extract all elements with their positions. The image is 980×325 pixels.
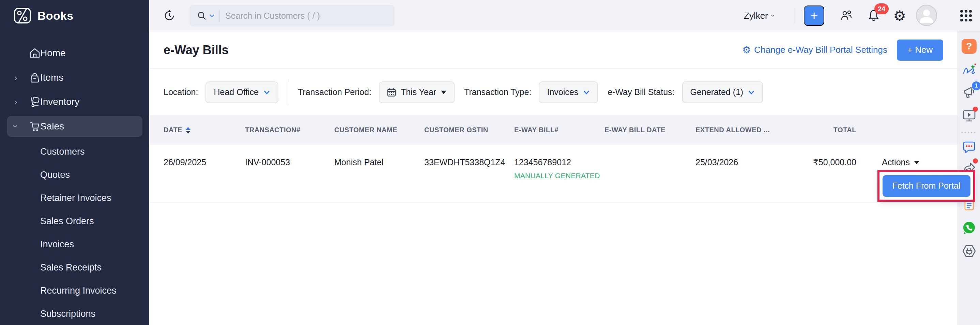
- search-input[interactable]: [225, 11, 390, 21]
- recent-history-icon[interactable]: [163, 9, 176, 22]
- sidebar-item-subscriptions[interactable]: Subscriptions: [0, 304, 149, 323]
- sidebar-item-customers[interactable]: Customers: [0, 142, 149, 161]
- search-scope-chevron-icon[interactable]: [209, 14, 215, 18]
- sidebar-item-home[interactable]: Home: [0, 43, 149, 64]
- sidebar-item-invoices[interactable]: Invoices: [0, 234, 149, 254]
- column-total: TOTAL: [794, 126, 856, 134]
- transaction-period-dropdown[interactable]: This Year: [379, 81, 455, 103]
- sidebar-item-label: Sales: [40, 121, 64, 132]
- page-header: e-Way Bills ⚙ Change e-Way Bill Portal S…: [149, 31, 958, 69]
- search-icon[interactable]: [197, 11, 207, 21]
- fetch-from-portal-button[interactable]: Fetch From Portal: [883, 175, 970, 197]
- location-filter-label: Location:: [164, 87, 198, 97]
- cell-extend-allowed: 25/03/2026: [695, 156, 794, 203]
- sidebar-subitem-label: Invoices: [40, 239, 74, 250]
- app-logo[interactable]: Books: [0, 0, 149, 31]
- sidebar-item-recurring-invoices[interactable]: Recurring Invoices: [0, 281, 149, 301]
- app-name: Books: [38, 9, 73, 22]
- chevron-down-icon: ›: [11, 125, 20, 128]
- new-indicator-dot: [973, 107, 978, 112]
- location-dropdown[interactable]: Head Office: [205, 81, 278, 103]
- sidebar-item-quotes[interactable]: Quotes: [0, 165, 149, 185]
- location-value: Head Office: [214, 87, 259, 97]
- integrations-plug-icon[interactable]: [962, 244, 977, 258]
- new-eway-bill-button[interactable]: + New: [897, 40, 943, 61]
- sidebar-subitem-label: Retainer Invoices: [40, 193, 111, 203]
- change-portal-settings-link[interactable]: ⚙ Change e-Way Bill Portal Settings: [742, 45, 887, 55]
- sidebar-item-sales-orders[interactable]: Sales Orders: [0, 211, 149, 231]
- sidebar-subitem-label: Recurring Invoices: [40, 285, 116, 296]
- cell-eway-bill-date: [605, 156, 695, 203]
- topbar: Zylker › + 24 ⚙: [149, 0, 980, 31]
- cell-date: 26/09/2025: [164, 156, 245, 203]
- column-customer-name: CUSTOMER NAME: [334, 126, 424, 134]
- main-content: e-Way Bills ⚙ Change e-Way Bill Portal S…: [149, 31, 958, 325]
- referrals-icon[interactable]: [839, 8, 854, 23]
- caret-down-icon: [914, 161, 920, 164]
- sidebar: Books Home › Items › Inventory ›: [0, 0, 149, 325]
- sidebar-item-label: Home: [40, 48, 66, 59]
- cell-total: ₹50,000.00: [794, 156, 856, 203]
- whatsapp-icon[interactable]: [962, 220, 977, 236]
- zia-assistant-icon[interactable]: [962, 62, 977, 77]
- eway-bill-status-dropdown[interactable]: Generated (1): [682, 81, 763, 103]
- rail-separator-dots: •••••: [958, 129, 980, 135]
- transaction-type-dropdown[interactable]: Invoices: [539, 81, 598, 103]
- new-indicator-dot: [973, 158, 978, 164]
- column-customer-gstin: CUSTOMER GSTIN: [424, 126, 514, 134]
- column-eway-bill-number: E-WAY BILL#: [514, 126, 605, 134]
- home-icon: [28, 46, 41, 60]
- sidebar-subitem-label: Subscriptions: [40, 309, 95, 319]
- highlight-annotation-box: Fetch From Portal: [877, 170, 975, 202]
- sort-icon: [186, 127, 191, 134]
- cell-eway-bill-number: 123456789012 MANUALLY GENERATED: [514, 156, 605, 203]
- chat-support-icon[interactable]: [962, 140, 977, 155]
- org-name: Zylker: [744, 11, 768, 21]
- search-divider: [220, 10, 220, 22]
- cell-transaction-number: INV-000053: [245, 156, 334, 203]
- column-date[interactable]: DATE: [164, 126, 245, 134]
- cart-icon: [28, 119, 41, 133]
- actions-label: Actions: [882, 156, 910, 169]
- status-badge: MANUALLY GENERATED: [514, 172, 600, 180]
- notifications-badge: 24: [874, 3, 889, 14]
- sidebar-subitem-label: Customers: [40, 147, 85, 157]
- help-button[interactable]: ?: [962, 39, 977, 54]
- table-header: DATE TRANSACTION# CUSTOMER NAME CUSTOMER…: [149, 116, 958, 145]
- sidebar-item-inventory[interactable]: › Inventory: [0, 91, 149, 112]
- chevron-down-icon: [583, 90, 590, 95]
- eway-bills-screen: Books Home › Items › Inventory ›: [0, 0, 980, 325]
- sidebar-item-items[interactable]: › Items: [0, 67, 149, 88]
- sidebar-subitem-label: Sales Orders: [40, 216, 94, 226]
- status-filter-label: e-Way Bill Status:: [608, 87, 675, 97]
- sidebar-subitem-label: Quotes: [40, 170, 70, 180]
- sidebar-item-retainer-invoices[interactable]: Retainer Invoices: [0, 188, 149, 208]
- videos-icon[interactable]: [962, 108, 977, 123]
- announcements-icon[interactable]: 1: [962, 85, 977, 100]
- trolley-icon: [28, 95, 41, 109]
- period-filter-label: Transaction Period:: [298, 87, 371, 97]
- bag-icon: [28, 71, 41, 84]
- quick-create-button[interactable]: +: [804, 5, 824, 26]
- sidebar-item-sales-receipts[interactable]: Sales Receipts: [0, 258, 149, 277]
- portal-settings-label: Change e-Way Bill Portal Settings: [754, 45, 887, 55]
- sidebar-item-label: Items: [40, 72, 64, 83]
- global-search: [190, 5, 394, 26]
- actions-dropdown-trigger[interactable]: Actions: [882, 156, 920, 169]
- user-avatar[interactable]: [916, 5, 937, 26]
- org-switcher[interactable]: Zylker ›: [744, 0, 774, 31]
- cell-customer-name: Monish Patel: [334, 156, 424, 203]
- chevron-right-icon: ›: [14, 97, 18, 106]
- column-eway-bill-date: E-WAY BILL DATE: [605, 126, 695, 134]
- table-row[interactable]: 26/09/2025 INV-000053 Monish Patel 33EWD…: [149, 145, 958, 203]
- chevron-down-icon: [263, 90, 270, 95]
- apps-grid-icon[interactable]: [960, 10, 972, 22]
- topbar-divider: [794, 8, 794, 23]
- announcements-badge: 1: [972, 81, 980, 90]
- sidebar-subitem-label: Sales Receipts: [40, 262, 102, 273]
- gear-icon: ⚙: [742, 45, 751, 55]
- sidebar-item-sales[interactable]: › Sales: [7, 116, 142, 137]
- settings-gear-icon[interactable]: ⚙: [892, 8, 907, 23]
- cell-customer-gstin: 33EWDHT5338Q1Z4: [424, 156, 514, 203]
- filter-divider: [288, 80, 288, 105]
